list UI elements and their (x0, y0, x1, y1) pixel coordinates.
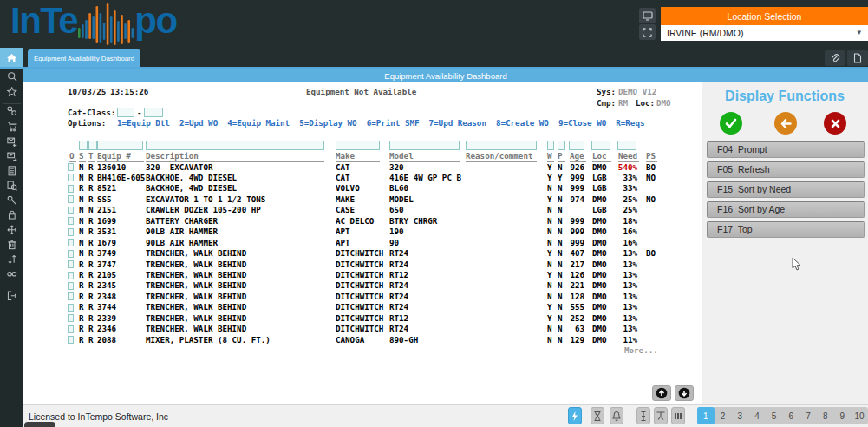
cell-w: Y (547, 302, 552, 312)
row-option-input[interactable] (68, 195, 74, 203)
sidebar-item-star[interactable] (0, 86, 23, 98)
page-3-button[interactable]: 3 (731, 407, 748, 424)
display-toggle-button[interactable] (639, 8, 656, 23)
row-option-input[interactable] (68, 304, 74, 312)
fkey-f17-button[interactable]: F17 Top (707, 221, 865, 238)
cell-w: N (547, 324, 552, 334)
text-cursor-button[interactable] (636, 407, 650, 424)
page-4-button[interactable]: 4 (748, 407, 766, 424)
row-option-input[interactable] (68, 314, 74, 322)
cell-description: 90LB AIR HAMMER (146, 227, 218, 237)
cancel-button[interactable] (824, 112, 846, 135)
table-row: RR2088MIXER, PLASTER (8 CU. FT.)CANOGA89… (0, 335, 694, 345)
column-filter-input[interactable] (591, 141, 610, 150)
confirm-button[interactable] (720, 112, 742, 135)
column-header: T (88, 151, 95, 162)
page-6-button[interactable]: 6 (782, 407, 799, 424)
sidebar-item-shopping-cart[interactable] (0, 121, 23, 133)
paperclip-icon (830, 53, 840, 63)
sidebar-item-search[interactable] (0, 70, 23, 82)
cell-w: N (547, 292, 552, 302)
scroll-down-button[interactable] (675, 385, 694, 401)
sidebar-item-chain-link[interactable] (0, 105, 23, 117)
row-option-input[interactable] (68, 228, 74, 236)
fkey-f05-button[interactable]: F05 Refresh (707, 161, 865, 178)
page-7-button[interactable]: 7 (799, 407, 817, 424)
cell-description: CRAWLER DOZER 105-200 HP (146, 205, 261, 215)
fullscreen-button[interactable] (639, 24, 656, 40)
page-5-button[interactable]: 5 (766, 407, 783, 424)
cell-need: 33% (611, 173, 637, 183)
cell-ps: BO (646, 162, 656, 173)
cell-model: RT12 (389, 270, 408, 280)
column-filter-input[interactable] (97, 141, 143, 150)
column-filter-input[interactable] (558, 141, 565, 150)
cell-t: R (88, 183, 94, 194)
row-option-input[interactable] (68, 260, 74, 268)
attachment-button[interactable] (825, 50, 845, 66)
location-dropdown[interactable]: IRVINE (RM/DMO)▾ (661, 25, 868, 41)
cell-model: RT24 (389, 324, 408, 334)
sidebar-item-mail-forward[interactable] (0, 150, 23, 162)
logo-text-left: InTe (10, 0, 77, 41)
cell-s: N (79, 227, 84, 237)
row-option-input[interactable] (68, 207, 74, 214)
cell-description: EXCAVATOR 1 TO 1 1/2 TONS (146, 194, 265, 205)
bell-button[interactable] (610, 407, 623, 424)
lightning-button[interactable] (568, 407, 582, 424)
row-option-input[interactable] (68, 174, 74, 181)
catclass-from-input[interactable] (117, 108, 134, 117)
row-option-input[interactable] (68, 282, 74, 290)
page-1-button[interactable]: 1 (697, 407, 715, 424)
cell-w: N (547, 259, 552, 270)
row-option-input[interactable] (68, 325, 74, 333)
row-option-input[interactable] (68, 292, 74, 300)
cell-loc: DMO (592, 313, 607, 324)
back-button[interactable] (774, 112, 797, 135)
cell-need: 25% (611, 205, 637, 215)
document-button[interactable] (847, 50, 868, 66)
row-option-input[interactable] (68, 185, 74, 193)
chevron-down-icon: ▾ (857, 28, 861, 36)
tab-equipment-availability-dashboard[interactable]: Equipment Availability Dashboard (28, 49, 140, 68)
page-10-button[interactable]: 10 (851, 407, 868, 424)
row-option-input[interactable] (68, 239, 74, 246)
column-filter-input[interactable] (146, 141, 324, 150)
cell-age: 926 (567, 162, 584, 173)
row-option-input[interactable] (68, 217, 74, 225)
column-filter-input[interactable] (389, 141, 460, 150)
hourglass-icon (592, 411, 603, 422)
column-filter-input[interactable] (88, 141, 97, 150)
cell-make: MAKE (336, 194, 355, 205)
row-option-input[interactable] (68, 163, 74, 171)
column-filter-input[interactable] (547, 141, 554, 150)
fkey-f15-button[interactable]: F15 Sort by Need (707, 181, 865, 198)
scroll-up-button[interactable] (652, 385, 671, 401)
cell-make: CAT (336, 162, 350, 173)
column-filter-input[interactable] (79, 141, 88, 150)
cell-need: 13% (611, 280, 637, 291)
column-filter-input[interactable] (617, 141, 636, 150)
catclass-to-input[interactable] (144, 108, 163, 117)
row-option-input[interactable] (68, 250, 74, 258)
row-option-input[interactable] (68, 272, 74, 279)
hourglass-button[interactable] (591, 407, 604, 424)
barcode-button[interactable] (671, 407, 685, 424)
page-8-button[interactable]: 8 (817, 407, 834, 424)
column-filter-input[interactable] (466, 141, 537, 150)
row-option-input[interactable] (68, 336, 74, 344)
keyboard-map-button[interactable] (654, 407, 668, 424)
fkey-f16-button[interactable]: F16 Sort by Age (707, 201, 865, 218)
sidebar-item-mail-reply[interactable] (0, 135, 23, 148)
page-2-button[interactable]: 2 (715, 407, 732, 424)
sidebar-item-home[interactable] (0, 48, 23, 68)
fkey-f04-button[interactable]: F04 Prompt (707, 141, 865, 158)
cell-description: MIXER, PLASTER (8 CU. FT.) (146, 335, 271, 345)
page-9-button[interactable]: 9 (834, 407, 852, 424)
column-filter-input[interactable] (569, 141, 584, 150)
cell-model: RT24 (389, 292, 408, 302)
cell-age: 999 (567, 238, 584, 248)
cell-equip: 3744 (97, 302, 116, 312)
cell-w: N (547, 183, 552, 194)
column-filter-input[interactable] (336, 141, 380, 150)
